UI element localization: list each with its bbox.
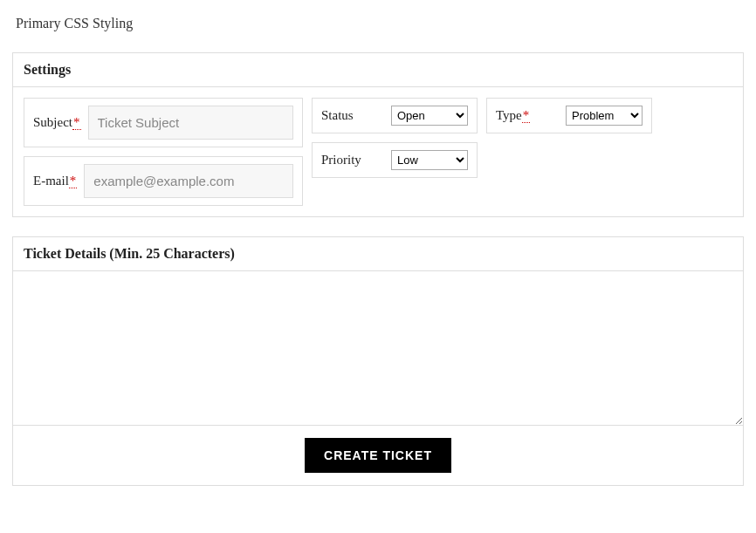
priority-label: Priority [321, 153, 361, 167]
type-select[interactable]: Problem [566, 106, 643, 126]
type-label: Type* [496, 108, 530, 123]
page-title: Primary CSS Styling [16, 16, 744, 31]
status-label: Status [321, 108, 354, 123]
email-label: E-mail* [33, 174, 77, 188]
details-panel: Ticket Details (Min. 25 Characters) CREA… [12, 236, 744, 486]
type-field: Type* Problem [486, 98, 652, 133]
email-input[interactable] [84, 164, 293, 198]
priority-field: Priority Low [312, 142, 478, 178]
priority-select[interactable]: Low [391, 150, 468, 170]
required-mark: * [522, 108, 531, 123]
required-mark: * [69, 174, 78, 188]
details-textarea[interactable] [13, 271, 743, 425]
status-select[interactable]: Open [391, 106, 468, 126]
subject-field: Subject* [24, 98, 303, 147]
settings-panel: Settings Subject* E-mail* Status Open [12, 52, 744, 217]
required-mark: * [72, 115, 81, 130]
subject-label: Subject* [33, 115, 81, 130]
email-field: E-mail* [24, 156, 303, 206]
status-field: Status Open [312, 98, 478, 133]
details-header: Ticket Details (Min. 25 Characters) [13, 237, 743, 271]
settings-header: Settings [13, 53, 743, 87]
subject-input[interactable] [88, 106, 294, 140]
create-ticket-button[interactable]: CREATE TICKET [305, 438, 451, 473]
